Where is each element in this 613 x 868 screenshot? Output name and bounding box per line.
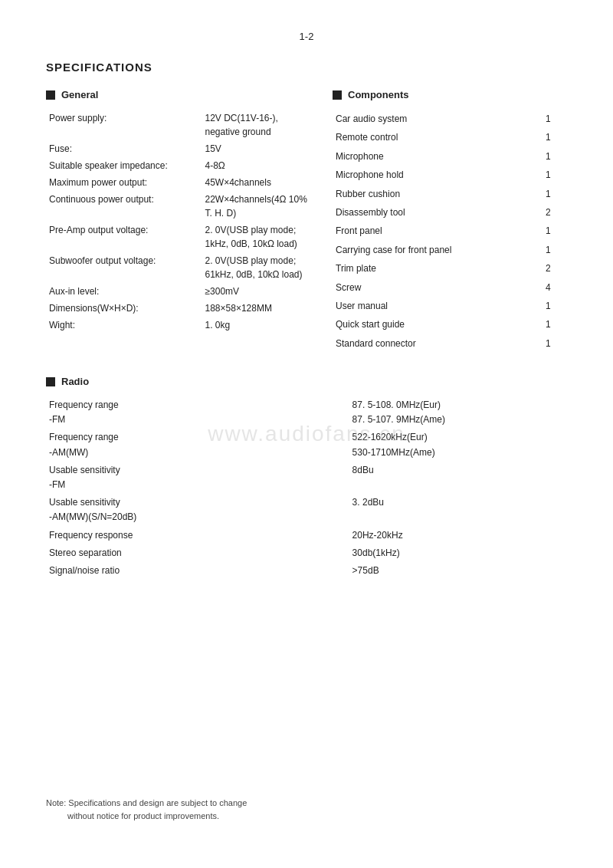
- list-item: Remote control1: [333, 128, 567, 146]
- table-row: Frequency response20Hz-20kHz: [46, 527, 567, 544]
- radio-spec-label: Frequency range-AM(MW): [46, 429, 349, 461]
- table-row: Continuous power output:22W×4channels(4Ω…: [46, 191, 333, 222]
- components-label: Components: [348, 89, 408, 100]
- table-row: Frequency range-FM87. 5-108. 0MHz(Eur)87…: [46, 396, 567, 429]
- table-row: Usable sensitivity-FM8dBu: [46, 462, 567, 494]
- table-row: Subwoofer output voltage:2. 0V(USB play …: [46, 252, 333, 283]
- spec-value: ≥300mV: [202, 283, 333, 300]
- spec-value: 2. 0V(USB play mode;61kHz, 0dB, 10kΩ loa…: [202, 252, 333, 283]
- component-qty: 2: [530, 259, 567, 278]
- radio-spec-label: Usable sensitivity-FM: [46, 462, 349, 494]
- component-name: Microphone hold: [333, 166, 530, 184]
- list-item: Carrying case for front panel1: [333, 241, 567, 259]
- spec-label: Dimensions(W×H×D):: [46, 300, 202, 317]
- radio-spec-label: Frequency response: [46, 527, 349, 544]
- note-line1: Note: Specifications and design are subj…: [46, 797, 247, 810]
- component-name: Standard connector: [333, 334, 530, 353]
- list-item: Rubber cushion1: [333, 185, 567, 203]
- table-row: Stereo separation30db(1kHz): [46, 544, 567, 562]
- spec-label: Fuse:: [46, 140, 202, 157]
- spec-label: Pre-Amp output voltage:: [46, 222, 202, 252]
- spec-label: Aux-in level:: [46, 283, 202, 300]
- component-name: Car audio system: [333, 110, 530, 128]
- component-name: Disassembly tool: [333, 203, 530, 222]
- spec-value: 15V: [202, 140, 333, 157]
- list-item: Screw4: [333, 278, 567, 297]
- radio-icon: [46, 377, 55, 386]
- general-section-header: General: [46, 89, 333, 100]
- component-qty: 1: [530, 334, 567, 353]
- component-name: Microphone: [333, 147, 530, 166]
- radio-spec-label: Stereo separation: [46, 544, 349, 562]
- table-row: Signal/noise ratio>75dB: [46, 562, 567, 580]
- radio-spec-label: Usable sensitivity-AM(MW)(S/N=20dB): [46, 494, 349, 526]
- list-item: User manual1: [333, 297, 567, 315]
- radio-spec-label: Frequency range-FM: [46, 396, 349, 429]
- spec-label: Continuous power output:: [46, 191, 202, 222]
- components-icon: [333, 90, 342, 100]
- component-qty: 1: [530, 315, 567, 334]
- table-row: Usable sensitivity-AM(MW)(S/N=20dB)3. 2d…: [46, 494, 567, 526]
- radio-section-header: Radio: [46, 376, 567, 387]
- spec-value: 4-8Ω: [202, 157, 333, 174]
- spec-label: Maximum power output:: [46, 174, 202, 191]
- table-row: Power supply:12V DC(11V-16-),negative gr…: [46, 110, 333, 140]
- spec-label: Suitable speaker impedance:: [46, 157, 202, 174]
- component-name: Rubber cushion: [333, 185, 530, 203]
- table-row: Maximum power output:45W×4channels: [46, 174, 333, 191]
- component-name: Carrying case for front panel: [333, 241, 530, 259]
- component-qty: 1: [530, 241, 567, 259]
- spec-value: 12V DC(11V-16-),negative ground: [202, 110, 333, 140]
- table-row: Aux-in level:≥300mV: [46, 283, 333, 300]
- table-row: Pre-Amp output voltage:2. 0V(USB play mo…: [46, 222, 333, 252]
- spec-label: Wight:: [46, 317, 202, 334]
- list-item: Car audio system1: [333, 110, 567, 128]
- components-table: Car audio system1Remote control1Micropho…: [333, 110, 567, 353]
- table-row: Fuse:15V: [46, 140, 333, 157]
- component-qty: 1: [530, 147, 567, 166]
- list-item: Microphone hold1: [333, 166, 567, 184]
- component-qty: 2: [530, 203, 567, 222]
- list-item: Standard connector1: [333, 334, 567, 353]
- page-number: 1-2: [46, 31, 567, 42]
- component-qty: 1: [530, 166, 567, 184]
- component-qty: 1: [530, 222, 567, 240]
- table-row: Frequency range-AM(MW)522-1620kHz(Eur)53…: [46, 429, 567, 461]
- table-row: Dimensions(W×H×D):188×58×128MM: [46, 300, 333, 317]
- components-section-header: Components: [333, 89, 567, 100]
- component-qty: 1: [530, 110, 567, 128]
- list-item: Front panel1: [333, 222, 567, 240]
- general-spec-table: Power supply:12V DC(11V-16-),negative gr…: [46, 110, 333, 334]
- component-qty: 1: [530, 297, 567, 315]
- radio-spec-value: 30db(1kHz): [349, 544, 567, 562]
- radio-label: Radio: [61, 376, 89, 387]
- list-item: Trim plate2: [333, 259, 567, 278]
- radio-spec-value: 8dBu: [349, 462, 567, 494]
- note-line2: without notice for product improvements.: [46, 810, 247, 823]
- component-qty: 1: [530, 185, 567, 203]
- note-section: Note: Specifications and design are subj…: [46, 797, 247, 822]
- radio-spec-value: 20Hz-20kHz: [349, 527, 567, 544]
- component-name: Screw: [333, 278, 530, 297]
- spec-value: 1. 0kg: [202, 317, 333, 334]
- radio-spec-value: 522-1620kHz(Eur)530-1710MHz(Ame): [349, 429, 567, 461]
- spec-value: 188×58×128MM: [202, 300, 333, 317]
- list-item: Microphone1: [333, 147, 567, 166]
- list-item: Quick start guide1: [333, 315, 567, 334]
- radio-spec-value: 87. 5-108. 0MHz(Eur)87. 5-107. 9MHz(Ame): [349, 396, 567, 429]
- page-title: SPECIFICATIONS: [46, 61, 567, 74]
- radio-spec-value: 3. 2dBu: [349, 494, 567, 526]
- radio-spec-value: >75dB: [349, 562, 567, 580]
- table-row: Suitable speaker impedance:4-8Ω: [46, 157, 333, 174]
- table-row: Wight:1. 0kg: [46, 317, 333, 334]
- component-name: User manual: [333, 297, 530, 315]
- spec-value: 45W×4channels: [202, 174, 333, 191]
- radio-spec-table: Frequency range-FM87. 5-108. 0MHz(Eur)87…: [46, 396, 567, 580]
- spec-value: 22W×4channels(4Ω 10%T. H. D): [202, 191, 333, 222]
- component-name: Front panel: [333, 222, 530, 240]
- radio-spec-label: Signal/noise ratio: [46, 562, 349, 580]
- spec-label: Subwoofer output voltage:: [46, 252, 202, 283]
- component-qty: 1: [530, 128, 567, 146]
- list-item: Disassembly tool2: [333, 203, 567, 222]
- spec-value: 2. 0V(USB play mode;1kHz, 0dB, 10kΩ load…: [202, 222, 333, 252]
